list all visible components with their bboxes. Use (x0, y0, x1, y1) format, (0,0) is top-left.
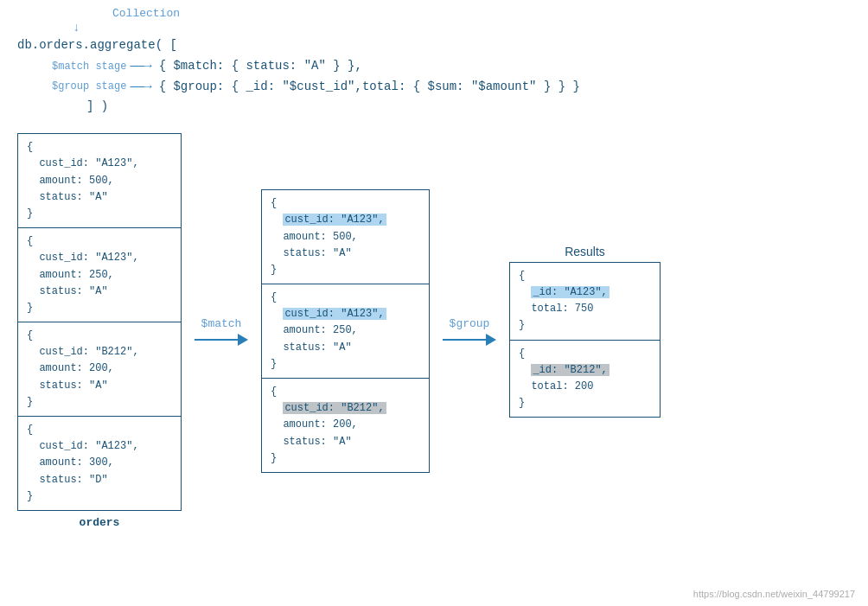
collection-title: orders (80, 516, 120, 529)
code-close-line: ] ) (86, 97, 851, 118)
collection-section: { cust_id: "A123", amount: 500, status: … (17, 133, 182, 529)
highlight-cust-id: cust_id: "B212", (283, 402, 386, 414)
group-arrow-line (443, 339, 486, 341)
highlight-id: _id: "B212", (531, 364, 609, 376)
highlight-cust-id: cust_id: "A123", (283, 214, 386, 226)
table-row: { cust_id: "A123", amount: 500, status: … (261, 189, 430, 284)
table-row: { cust_id: "A123", amount: 300, status: … (17, 417, 182, 511)
code-line-1: db.orders.aggregate( [ (17, 35, 851, 56)
group-stage-arrow-icon: ——→ (130, 77, 151, 98)
match-arrow-section: $match (195, 317, 248, 346)
match-stage-label: $match stage (52, 58, 126, 75)
code-block: db.orders.aggregate( [ $match stage ——→ … (17, 35, 851, 118)
filtered-section: { cust_id: "A123", amount: 500, status: … (261, 189, 430, 473)
match-arrow-line (195, 339, 238, 341)
watermark: https://blog.csdn.net/weixin_44799217 (693, 589, 855, 599)
group-arrow-head (486, 334, 496, 346)
group-stage-label: $group stage (52, 78, 126, 95)
down-arrow-icon: ↓ (73, 22, 80, 34)
group-code: { $group: { _id: "$cust_id",total: { $su… (159, 77, 580, 98)
results-docs: { _id: "A123", total: 750 } { _id: "B212… (509, 262, 661, 418)
table-row: { cust_id: "A123", amount: 250, status: … (17, 228, 182, 322)
group-arrow (443, 334, 496, 346)
match-stage-arrow-icon: ——→ (130, 56, 151, 77)
highlight-id: _id: "A123", (531, 286, 609, 298)
table-row: { cust_id: "A123", amount: 250, status: … (261, 284, 430, 379)
match-code: { $match: { status: "A" } }, (159, 56, 362, 77)
code-close: ] ) (86, 97, 108, 118)
highlight-cust-id: cust_id: "A123", (283, 308, 386, 320)
collection-docs: { cust_id: "A123", amount: 500, status: … (17, 133, 182, 511)
table-row: { cust_id: "B212", amount: 200, status: … (261, 379, 430, 473)
match-arrow-label: $match (201, 317, 242, 330)
diagram: { cust_id: "A123", amount: 500, status: … (0, 124, 868, 529)
table-row: { _id: "A123", total: 750 } (509, 262, 661, 341)
match-arrow-head (238, 334, 248, 346)
group-arrow-label: $group (450, 317, 490, 330)
collection-label: Collection (112, 7, 180, 20)
code-section: Collection ↓ db.orders.aggregate( [ $mat… (0, 0, 868, 118)
group-arrow-section: $group (443, 317, 496, 346)
table-row: { cust_id: "A123", amount: 500, status: … (17, 133, 182, 228)
results-section: Results { _id: "A123", total: 750 } { _i… (509, 245, 661, 418)
table-row: { _id: "B212", total: 200 } (509, 341, 661, 418)
group-stage-line: $group stage ——→ { $group: { _id: "$cust… (52, 77, 851, 98)
table-row: { cust_id: "B212", amount: 200, status: … (17, 322, 182, 417)
match-arrow (195, 334, 248, 346)
results-title: Results (565, 245, 605, 258)
match-stage-line: $match stage ——→ { $match: { status: "A"… (52, 56, 851, 77)
